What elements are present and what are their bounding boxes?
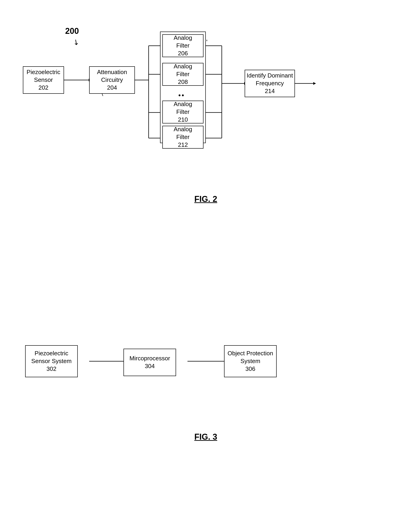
block-identify-dominant-frequency-214: Identify Dominant Frequency 214 [245,70,295,97]
svg-marker-20 [313,82,316,85]
fig3-caption: FIG. 3 [194,432,217,442]
fig2-label-200: 200 [65,26,79,36]
block-analog-filter-208: Analog Filter 208 [162,63,203,86]
tick-mark-206: ' [206,38,207,46]
fig3-diagram: Piezoelectric Sensor System 302 Mircopro… [11,316,400,476]
dots-ellipsis: •• [178,91,185,99]
block-microprocessor-304: Mircoprocessor 304 [123,349,176,376]
fig2-diagram: 200 ↘ [11,14,400,219]
block-object-protection-system-306: Object Protection System 306 [224,345,277,377]
block-piezoelectric-sensor-system-302: Piezoelectric Sensor System 302 [25,345,78,377]
block-attenuation-circuitry-204: Attenuation Circuitry 204 [89,66,135,94]
block-analog-filter-206: Analog Filter 206 [162,34,203,57]
block-analog-filter-210: Analog Filter 210 [162,101,203,123]
block-piezoelectric-sensor-202: Piezoelectric Sensor 202 [23,66,64,94]
fig2-arrows-svg [11,14,400,219]
fig2-arrow-indicator: ↘ [71,37,81,48]
block-analog-filter-212: Analog Filter 212 [162,126,203,149]
fig2-caption: FIG. 2 [194,194,217,204]
page: 200 ↘ [0,0,420,511]
